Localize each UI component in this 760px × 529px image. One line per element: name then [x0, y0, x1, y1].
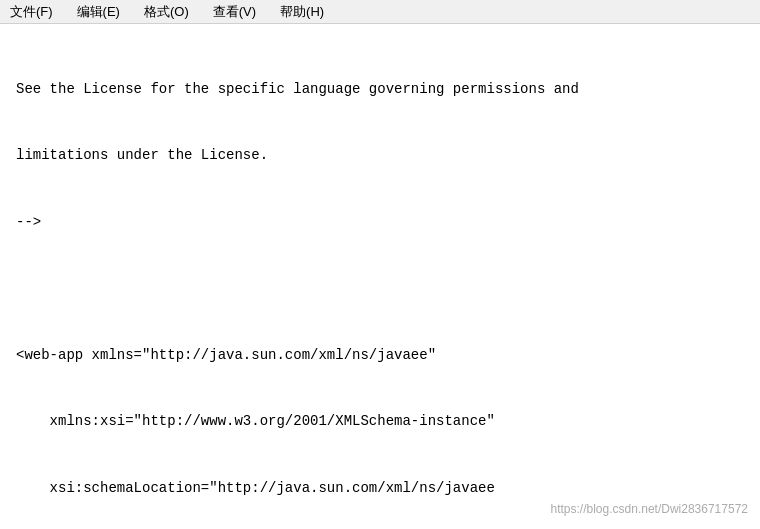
webapp-open: <web-app xmlns="http://java.sun.com/xml/… [16, 345, 744, 367]
license-line2: limitations under the License. [16, 145, 744, 167]
code-block: See the License for the specific languag… [16, 34, 744, 529]
menu-bar: 文件(F) 编辑(E) 格式(O) 查看(V) 帮助(H) [0, 0, 760, 24]
menu-file[interactable]: 文件(F) [4, 2, 59, 22]
menu-view[interactable]: 查看(V) [207, 2, 262, 22]
content-area: See the License for the specific languag… [0, 24, 760, 529]
menu-help[interactable]: 帮助(H) [274, 2, 330, 22]
xsi-schema1: xsi:schemaLocation="http://java.sun.com/… [16, 478, 744, 500]
blank-line1 [16, 278, 744, 300]
license-line1: See the License for the specific languag… [16, 79, 744, 101]
xmlns-xsi: xmlns:xsi="http://www.w3.org/2001/XMLSch… [16, 411, 744, 433]
watermark: https://blog.csdn.net/Dwi2836717572 [551, 500, 748, 519]
comment-close: --> [16, 212, 744, 234]
menu-format[interactable]: 格式(O) [138, 2, 195, 22]
menu-edit[interactable]: 编辑(E) [71, 2, 126, 22]
